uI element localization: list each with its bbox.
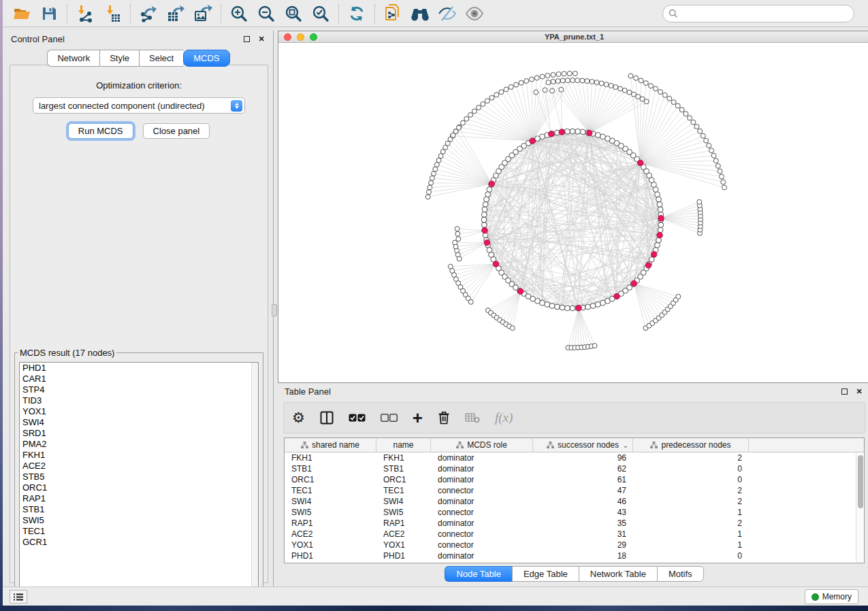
network-hub-node[interactable] — [657, 232, 662, 237]
result-node-item[interactable]: RAP1 — [20, 493, 258, 504]
network-leaf-node[interactable] — [675, 103, 680, 108]
network-leaf-node[interactable] — [609, 83, 613, 88]
delete-column-button[interactable] — [438, 408, 450, 428]
task-history-button[interactable] — [10, 590, 27, 604]
function-builder-button[interactable]: f(x) — [495, 408, 513, 428]
table-cell[interactable]: TEC1 — [376, 485, 431, 496]
table-cell[interactable]: dominator — [431, 496, 533, 507]
network-leaf-node[interactable] — [627, 90, 632, 95]
table-cell[interactable]: 31 — [533, 529, 633, 540]
network-ring-node[interactable] — [575, 129, 581, 134]
network-ring-node[interactable] — [549, 303, 555, 309]
table-cell[interactable]: 2 — [633, 485, 749, 496]
network-leaf-node[interactable] — [514, 82, 519, 87]
table-row[interactable]: TEC1TEC1connector472 — [285, 485, 864, 496]
network-ring-node[interactable] — [560, 305, 565, 310]
network-leaf-node[interactable] — [433, 167, 438, 171]
result-node-item[interactable]: PHD1 — [20, 363, 258, 374]
network-leaf-node[interactable] — [628, 73, 633, 78]
network-ring-node[interactable] — [485, 192, 491, 197]
panel-splitter-handle[interactable] — [272, 304, 277, 316]
table-cell[interactable]: 2 — [633, 452, 749, 463]
result-node-item[interactable]: STB1 — [20, 504, 258, 515]
table-cell[interactable]: ACE2 — [376, 529, 431, 540]
table-cell[interactable]: 2 — [633, 496, 749, 507]
network-hub-node[interactable] — [484, 240, 489, 245]
network-leaf-node[interactable] — [667, 96, 672, 101]
network-leaf-node[interactable] — [460, 120, 465, 125]
table-row[interactable]: SWI5SWI5connector431 — [285, 507, 864, 518]
network-ring-node[interactable] — [484, 197, 489, 202]
table-cell[interactable]: 96 — [533, 452, 633, 463]
network-leaf-node[interactable] — [551, 80, 556, 84]
network-ring-node[interactable] — [656, 237, 662, 243]
tab-node-table[interactable]: Node Table — [445, 566, 512, 582]
search-box[interactable] — [662, 5, 854, 22]
network-leaf-node[interactable] — [658, 90, 663, 95]
network-leaf-node[interactable] — [468, 112, 473, 117]
network-ring-node[interactable] — [658, 207, 663, 212]
table-cell[interactable]: SWI4 — [376, 496, 431, 507]
network-leaf-node[interactable] — [428, 185, 432, 190]
export-table-button[interactable] — [162, 2, 189, 25]
tab-mcds[interactable]: MCDS — [183, 50, 229, 67]
network-ring-node[interactable] — [481, 222, 487, 228]
network-hub-node[interactable] — [658, 216, 664, 221]
network-leaf-node[interactable] — [472, 109, 477, 114]
tab-network[interactable]: Network — [47, 50, 99, 67]
network-ring-node[interactable] — [487, 187, 492, 193]
network-ring-node[interactable] — [585, 304, 591, 310]
table-cell[interactable]: dominator — [431, 518, 533, 529]
network-hub-node[interactable] — [493, 261, 498, 267]
import-table-button[interactable] — [99, 2, 126, 25]
table-cell[interactable]: YOX1 — [376, 540, 431, 550]
table-cell[interactable]: TEC1 — [285, 485, 376, 496]
tab-select[interactable]: Select — [139, 50, 183, 67]
result-node-item[interactable]: STB5 — [20, 472, 258, 482]
zoom-fit-button[interactable] — [280, 2, 307, 25]
network-leaf-node[interactable] — [691, 120, 696, 125]
memory-button[interactable]: Memory — [805, 589, 858, 604]
network-leaf-node[interactable] — [429, 180, 434, 185]
network-hub-node[interactable] — [637, 160, 643, 165]
network-leaf-node[interactable] — [688, 116, 692, 120]
network-leaf-node[interactable] — [529, 77, 534, 82]
network-leaf-node[interactable] — [575, 78, 580, 83]
network-leaf-node[interactable] — [640, 97, 645, 101]
network-file-button[interactable] — [379, 2, 406, 25]
table-cell[interactable]: 2 — [633, 518, 749, 529]
network-leaf-node[interactable] — [438, 154, 443, 159]
network-leaf-node[interactable] — [434, 163, 439, 167]
float-table-panel-button[interactable] — [839, 386, 849, 396]
network-hub-node[interactable] — [548, 131, 553, 137]
network-leaf-node[interactable] — [618, 86, 623, 91]
mcds-result-list[interactable]: PHD1CAR1STP4TID3YOX1SWI4SRD1PMA2FKH1ACE2… — [19, 362, 259, 595]
zoom-out-button[interactable] — [253, 2, 280, 25]
network-ring-node[interactable] — [482, 207, 487, 212]
table-cell[interactable]: connector — [431, 529, 533, 540]
network-leaf-node[interactable] — [573, 71, 577, 76]
table-cell[interactable]: STB1 — [376, 463, 431, 474]
table-cell[interactable]: 1 — [633, 507, 749, 518]
network-leaf-node[interactable] — [519, 80, 524, 85]
import-network-button[interactable] — [71, 2, 99, 25]
table-row[interactable]: ACE2ACE2connector311 — [285, 529, 864, 540]
table-cell[interactable]: 0 — [633, 474, 749, 485]
open-session-button[interactable] — [8, 2, 35, 25]
result-node-item[interactable]: SWI5 — [20, 515, 258, 526]
table-cell[interactable]: RAP1 — [285, 518, 376, 529]
network-leaf-node[interactable] — [701, 133, 705, 138]
network-leaf-node[interactable] — [718, 169, 722, 174]
select-all-button[interactable] — [349, 408, 366, 428]
network-leaf-node[interactable] — [649, 84, 654, 88]
network-ring-node[interactable] — [595, 302, 600, 308]
network-leaf-node[interactable] — [540, 74, 545, 79]
close-panel-button-mcds[interactable]: Close panel — [143, 123, 210, 139]
table-row[interactable]: RAP1RAP1dominator352 — [285, 518, 864, 529]
network-leaf-node[interactable] — [570, 78, 575, 83]
network-leaf-node[interactable] — [604, 82, 609, 87]
network-leaf-node[interactable] — [432, 171, 436, 176]
table-cell[interactable]: 0 — [633, 463, 749, 474]
table-cell[interactable]: ORC1 — [376, 474, 431, 485]
network-leaf-node[interactable] — [654, 86, 658, 91]
